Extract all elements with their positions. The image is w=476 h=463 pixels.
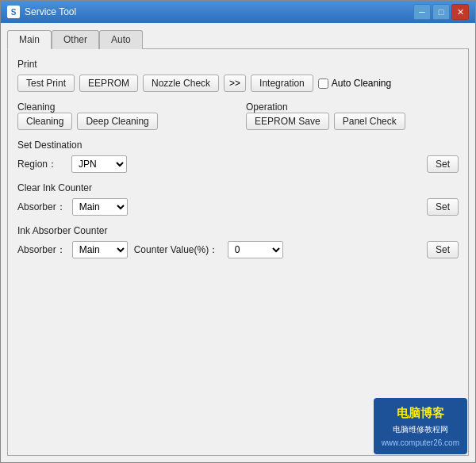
title-controls: ─ □ ✕ [413,4,469,20]
close-button[interactable]: ✕ [451,4,469,20]
minimize-button[interactable]: ─ [413,4,431,20]
window-title: Service Tool [25,6,76,17]
main-window: S Service Tool ─ □ ✕ Main Other Auto Pri… [0,0,476,463]
app-icon: S [7,6,20,18]
print-buttons-row: Test Print EEPROM Nozzle Check >> Integr… [17,75,459,92]
auto-cleaning-label[interactable]: Auto Cleaning [318,78,391,89]
test-print-button[interactable]: Test Print [17,75,75,92]
tab-content-main: Print Test Print EEPROM Nozzle Check >> … [7,48,469,456]
integration-button[interactable]: Integration [251,75,313,92]
cleaning-button[interactable]: Cleaning [17,113,72,130]
ink-absorber-counter-title: Ink Absorber Counter [17,225,459,236]
watermark-url: www.computer26.com [382,436,459,450]
cleaning-section: Cleaning Cleaning Deep Cleaning [17,101,230,130]
clear-ink-counter-row: Absorber： Main Sub1 Sub2 Set [17,198,459,216]
set-destination-title: Set Destination [17,140,459,151]
watermark-title: 电脑博客 [382,403,459,423]
auto-cleaning-checkbox[interactable] [318,78,328,89]
ink-absorber-counter-section: Ink Absorber Counter Absorber： Main Sub1… [17,225,459,258]
cleaning-buttons-row: Cleaning Deep Cleaning [17,113,230,130]
print-section: Print Test Print EEPROM Nozzle Check >> … [17,59,459,92]
cleaning-section-title: Cleaning [17,101,230,113]
tab-bar: Main Other Auto [7,29,469,48]
tab-other[interactable]: Other [52,30,99,49]
arrow-button[interactable]: >> [224,75,246,92]
deep-cleaning-button[interactable]: Deep Cleaning [77,113,157,130]
set-ink-absorber-button[interactable]: Set [427,241,459,258]
cleaning-operation-row: Cleaning Cleaning Deep Cleaning Operatio… [17,101,459,130]
clear-ink-counter-section: Clear Ink Counter Absorber： Main Sub1 Su… [17,182,459,216]
absorber-label-1: Absorber： [17,201,66,214]
clear-ink-counter-title: Clear Ink Counter [17,182,459,193]
absorber-select-1[interactable]: Main Sub1 Sub2 [72,198,128,216]
absorber-label-2: Absorber： [17,243,66,257]
maximize-button[interactable]: □ [432,4,450,20]
operation-section-title: Operation [246,101,459,113]
eeprom-save-button[interactable]: EEPROM Save [246,113,329,130]
auto-cleaning-text: Auto Cleaning [332,78,391,89]
eeprom-button[interactable]: EEPROM [79,75,138,92]
content-area: Main Other Auto Print Test Print EEPROM … [1,23,475,462]
title-bar-left: S Service Tool [7,6,76,18]
print-section-title: Print [17,59,459,70]
absorber-select-2[interactable]: Main Sub1 Sub2 [72,241,128,258]
tab-auto[interactable]: Auto [99,30,143,49]
operation-buttons-row: EEPROM Save Panel Check [246,113,459,130]
panel-check-button[interactable]: Panel Check [334,113,405,130]
watermark-sub: 电脑维修教程网 [382,423,459,436]
counter-value-label: Counter Value(%)： [134,243,221,257]
set-destination-row: Region： JPN USA EUR Set [17,155,459,173]
nozzle-check-button[interactable]: Nozzle Check [143,75,219,92]
region-label: Region： [17,158,65,171]
region-select[interactable]: JPN USA EUR [71,155,127,173]
set-destination-button[interactable]: Set [427,155,459,173]
watermark: 电脑博客 电脑维修教程网 www.computer26.com [374,398,467,455]
ink-absorber-counter-row: Absorber： Main Sub1 Sub2 Counter Value(%… [17,241,459,258]
counter-value-select[interactable]: 0 10 20 50 100 [228,241,283,258]
set-clear-ink-button[interactable]: Set [427,198,459,216]
title-bar: S Service Tool ─ □ ✕ [1,1,475,23]
operation-section: Operation EEPROM Save Panel Check [246,101,459,130]
tab-main[interactable]: Main [7,30,52,49]
set-destination-section: Set Destination Region： JPN USA EUR Set [17,140,459,173]
